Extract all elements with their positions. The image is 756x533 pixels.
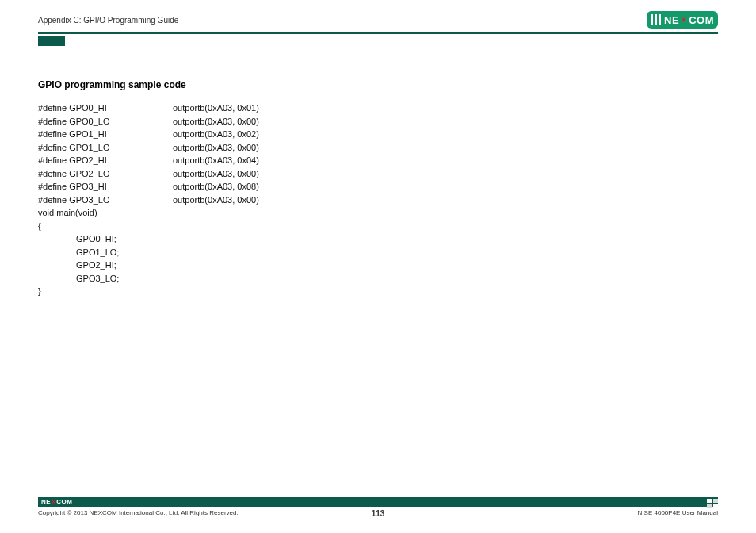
footer-copyright: Copyright © 2013 NEXCOM International Co… [38, 509, 239, 516]
code-main-sig: void main(void) [38, 206, 718, 220]
svg-rect-2 [707, 504, 712, 508]
footer-logo-text-part1: NE [41, 498, 51, 506]
code-body-line: GPO0_HI; [38, 232, 718, 246]
code-define-val: outportb(0xA03, 0x01) [173, 102, 259, 115]
svg-rect-0 [707, 499, 712, 503]
code-open-brace: { [38, 220, 718, 233]
code-body-line: GPO2_HI; [38, 259, 718, 272]
code-define-val: outportb(0xA03, 0x04) [173, 154, 259, 167]
footer-logo-text-part2: COM [56, 498, 72, 506]
code-define: #define GPO3_HI [38, 180, 173, 194]
logo-text-part1: NE [664, 14, 679, 26]
code-define-val: outportb(0xA03, 0x00) [173, 141, 259, 155]
code-define-val: outportb(0xA03, 0x00) [173, 194, 259, 207]
page-number: 113 [372, 509, 385, 518]
footer-manual-name: NISE 4000P4E User Manual [638, 509, 718, 516]
code-sample: #define GPO0_HIoutportb(0xA03, 0x01) #de… [38, 102, 718, 298]
code-define: #define GPO2_LO [38, 167, 173, 181]
accent-block [38, 36, 65, 46]
code-define-val: outportb(0xA03, 0x00) [173, 115, 259, 128]
code-define: #define GPO1_LO [38, 141, 173, 155]
code-define: #define GPO3_LO [38, 194, 173, 207]
code-close-brace: } [38, 285, 718, 298]
code-define: #define GPO0_LO [38, 115, 173, 128]
page-header: Appendix C: GPI/O Programming Guide NE ✕… [38, 16, 718, 36]
code-body-line: GPO1_LO; [38, 246, 718, 259]
logo-bars-icon [651, 14, 661, 25]
code-define-val: outportb(0xA03, 0x08) [173, 180, 259, 194]
code-body-line: GPO3_LO; [38, 272, 718, 286]
footer-brand-logo: NE ✕ COM [41, 498, 72, 506]
svg-rect-3 [713, 504, 718, 508]
code-define-val: outportb(0xA03, 0x02) [173, 128, 259, 141]
page-content: GPIO programming sample code #define GPO… [38, 79, 718, 298]
header-title: Appendix C: GPI/O Programming Guide [38, 16, 178, 25]
header-divider [38, 32, 718, 34]
code-define: #define GPO1_HI [38, 128, 173, 141]
logo-text-part2: COM [689, 14, 714, 26]
brand-logo: NE ✕ COM [647, 11, 718, 29]
svg-rect-1 [713, 499, 718, 503]
footer-bar: NE ✕ COM [38, 497, 718, 507]
page-footer: NE ✕ COM Copyright © 2013 NEXCOM Interna… [38, 497, 718, 519]
code-define-val: outportb(0xA03, 0x00) [173, 167, 259, 181]
code-define: #define GPO0_HI [38, 102, 173, 115]
code-define: #define GPO2_HI [38, 154, 173, 167]
section-title: GPIO programming sample code [38, 79, 718, 90]
